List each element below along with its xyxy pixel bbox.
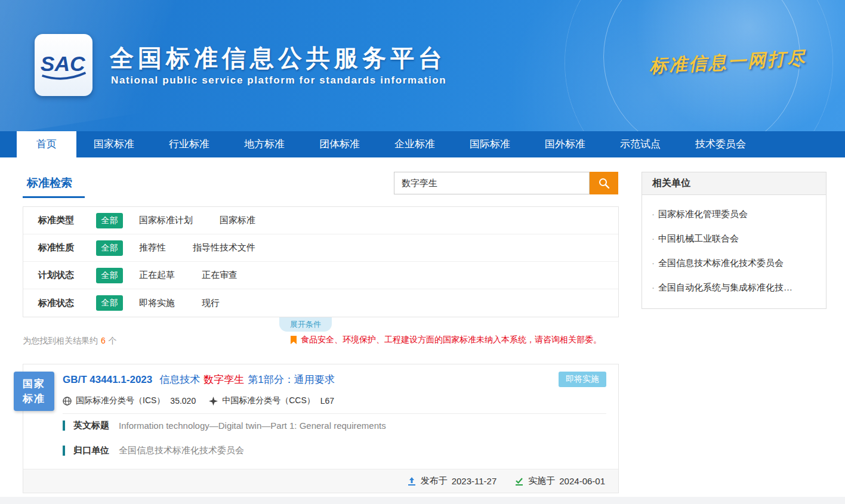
site-subtitle: National public service platform for sta… — [111, 75, 446, 86]
filter-option[interactable]: 正在起草 — [139, 270, 175, 281]
card-divider — [63, 413, 606, 414]
nav-item-national-standards[interactable]: 国家标准 — [76, 131, 152, 157]
nav-item-international-standards[interactable]: 国际标准 — [452, 131, 528, 157]
filter-option[interactable]: 国家标准 — [220, 215, 255, 226]
related-units-panel: 相关单位 · 国家标准化管理委员会 · 中国机械工业联合会 · 全国信息技术标准… — [642, 172, 827, 309]
implement-date-group: 实施于 2024-06-01 — [514, 475, 605, 487]
site-title: 全国标准信息公共服务平台 — [110, 42, 446, 75]
logo-text: SAC — [40, 52, 85, 76]
filter-row-standard-type: 标准类型 全部 国家标准计划 国家标准 — [23, 207, 618, 234]
sidebar-item-it-committee[interactable]: · 全国信息技术标准化技术委员会 — [642, 251, 826, 276]
sidebar-item-label: 全国自动化系统与集成标准化技… — [658, 282, 792, 293]
ics-label: 国际标准分类号（ICS） — [76, 395, 165, 406]
english-title-label: 英文标题 — [73, 420, 109, 431]
title-segment: 第1部分：通用要求 — [248, 374, 334, 385]
nav-item-technical-committee[interactable]: 技术委员会 — [678, 131, 763, 157]
sidebar-item-machinery-federation[interactable]: · 中国机械工业联合会 — [642, 227, 826, 251]
summary-suffix: 个 — [109, 336, 117, 345]
filter-option[interactable]: 正在审查 — [202, 270, 238, 281]
committee-label: 归口单位 — [73, 445, 109, 456]
filter-option[interactable]: 推荐性 — [139, 242, 166, 253]
filter-label: 标准性质 — [38, 242, 96, 253]
publish-upload-icon — [407, 477, 417, 486]
filter-row-standard-nature: 标准性质 全部 推荐性 指导性技术文件 — [23, 234, 618, 262]
filter-label: 标准类型 — [38, 215, 96, 226]
standard-title-link[interactable]: GB/T 43441.1-2023信息技术数字孪生第1部分：通用要求 — [63, 373, 335, 386]
implement-check-icon — [514, 477, 524, 486]
sidebar-item-label: 全国信息技术标准化技术委员会 — [658, 258, 784, 269]
accent-bar — [63, 420, 65, 431]
related-units-title: 相关单位 — [642, 172, 826, 195]
nav-item-enterprise-standards[interactable]: 企业标准 — [377, 131, 452, 157]
bullet: · — [652, 233, 655, 243]
sac-logo[interactable]: SAC — [35, 34, 92, 96]
main-content: 标准检索 标准类型 全部 国家标准计划 国家标准 标准性质 全部 推荐 — [0, 157, 845, 504]
committee-row: 归口单位 全国信息技术标准化技术委员会 — [63, 445, 244, 456]
implement-label: 实施于 — [528, 475, 555, 487]
ccs-label: 中国标准分类号（CCS） — [222, 395, 315, 406]
standard-code: GB/T 43441.1-2023 — [63, 374, 152, 385]
bookmark-icon — [290, 336, 297, 345]
sidebar-item-label: 国家标准化管理委员会 — [658, 209, 748, 220]
nav-item-home[interactable]: 首页 — [17, 131, 76, 157]
bullet: · — [652, 209, 655, 219]
sidebar-item-automation-committee[interactable]: · 全国自动化系统与集成标准化技… — [642, 276, 826, 300]
english-title-row: 英文标题 Information technology—Digital twin… — [63, 420, 386, 431]
bullet: · — [652, 258, 655, 268]
nav-item-industry-standards[interactable]: 行业标准 — [152, 131, 227, 157]
card-footer: 发布于 2023-11-27 实施于 2024-06-01 — [23, 469, 618, 493]
page-bottom-strip — [0, 497, 845, 504]
filter-all-button[interactable]: 全部 — [96, 240, 123, 256]
search-button[interactable] — [590, 172, 618, 194]
english-title-value: Information technology—Digital twin—Part… — [119, 420, 386, 431]
filter-all-button[interactable]: 全部 — [96, 295, 123, 311]
filter-all-button[interactable]: 全部 — [96, 268, 123, 283]
standard-result-card: 国家 标准 GB/T 43441.1-2023信息技术数字孪生第1部分：通用要求… — [23, 364, 619, 493]
nav-item-foreign-standards[interactable]: 国外标准 — [528, 131, 603, 157]
bullet: · — [652, 282, 655, 292]
committee-value: 全国信息技术标准化技术委员会 — [119, 445, 244, 456]
national-standard-badge: 国家 标准 — [14, 372, 54, 411]
result-count: 6 — [101, 336, 106, 345]
classification-row: 国际标准分类号（ICS） 35.020 中国标准分类号（CCS） L67 — [63, 395, 334, 406]
filter-panel: 标准类型 全部 国家标准计划 国家标准 标准性质 全部 推荐性 指导性技术文件 … — [23, 206, 619, 317]
accent-bar — [63, 446, 65, 456]
result-summary: 为您找到相关结果约6个 — [23, 336, 117, 347]
filter-option[interactable]: 即将实施 — [139, 298, 175, 309]
filter-all-button[interactable]: 全部 — [96, 213, 123, 228]
compass-icon — [209, 397, 218, 406]
summary-prefix: 为您找到相关结果约 — [23, 336, 98, 345]
title-segment: 信息技术 — [159, 374, 200, 385]
tab-underline — [23, 196, 85, 198]
page: SAC 全国标准信息公共服务平台 National public service… — [0, 0, 845, 504]
nav-item-pilot[interactable]: 示范试点 — [603, 131, 678, 157]
publish-date: 2023-11-27 — [452, 476, 497, 486]
filter-option[interactable]: 国家标准计划 — [139, 215, 193, 226]
publish-date-group: 发布于 2023-11-27 — [407, 475, 497, 487]
status-badge: 即将实施 — [559, 372, 606, 387]
notice-text: 食品安全、环境保护、工程建设方面的国家标准未纳入本系统，请咨询相关部委。 — [301, 335, 602, 345]
sidebar-item-sac[interactable]: · 国家标准化管理委员会 — [642, 202, 826, 227]
tab-standard-search[interactable]: 标准检索 — [27, 175, 72, 191]
ics-value: 35.020 — [170, 396, 196, 406]
system-notice: 食品安全、环境保护、工程建设方面的国家标准未纳入本系统，请咨询相关部委。 — [290, 335, 602, 345]
filter-option[interactable]: 指导性技术文件 — [193, 242, 255, 253]
publish-label: 发布于 — [421, 475, 448, 487]
filter-option[interactable]: 现行 — [202, 298, 220, 309]
sidebar-item-label: 中国机械工业联合会 — [658, 233, 739, 245]
sac-logo-icon: SAC — [39, 45, 89, 85]
expand-conditions-button[interactable]: 展开条件 — [279, 317, 332, 332]
main-nav: 首页 国家标准 行业标准 地方标准 团体标准 企业标准 国际标准 国外标准 示范… — [0, 131, 845, 157]
badge-line2: 标准 — [14, 391, 54, 406]
filter-label: 标准状态 — [38, 298, 96, 309]
search-icon — [598, 177, 610, 189]
related-units-list: · 国家标准化管理委员会 · 中国机械工业联合会 · 全国信息技术标准化技术委员… — [642, 195, 826, 308]
search-input[interactable] — [394, 172, 590, 194]
globe-icon — [63, 397, 72, 406]
site-header: SAC 全国标准信息公共服务平台 National public service… — [0, 0, 845, 131]
filter-row-plan-status: 计划状态 全部 正在起草 正在审查 — [23, 262, 618, 289]
nav-item-local-standards[interactable]: 地方标准 — [227, 131, 302, 157]
nav-item-group-standards[interactable]: 团体标准 — [302, 131, 377, 157]
ccs-value: L67 — [320, 396, 334, 406]
implement-date: 2024-06-01 — [559, 476, 605, 486]
